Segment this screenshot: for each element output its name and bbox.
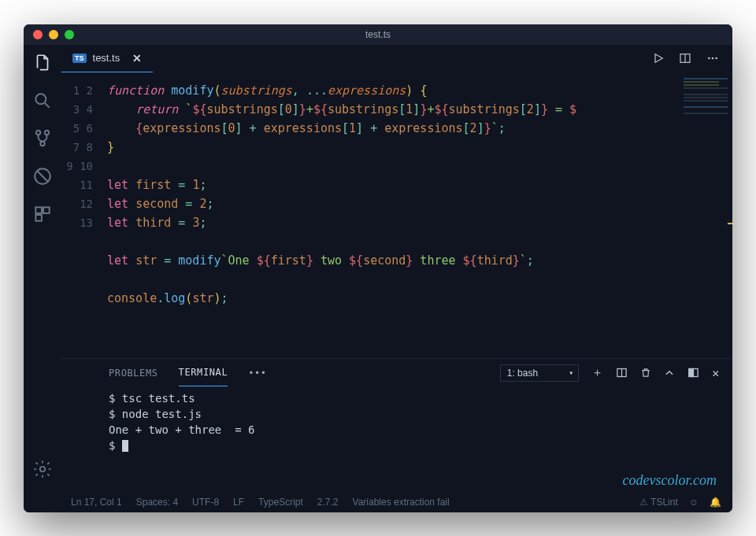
minimap[interactable] — [677, 73, 732, 358]
status-language[interactable]: TypeScript — [258, 497, 303, 508]
toggle-panel-position-icon[interactable] — [687, 367, 699, 379]
maximize-panel-icon[interactable] — [664, 368, 675, 379]
svg-point-2 — [45, 130, 49, 134]
svg-point-3 — [40, 141, 44, 145]
svg-point-1 — [36, 130, 40, 134]
typescript-file-icon: TS — [72, 54, 87, 63]
close-panel-icon[interactable]: ✕ — [712, 366, 720, 380]
editor-tab-test-ts[interactable]: TS test.ts ✕ — [61, 45, 153, 72]
editor-group: TS test.ts ✕ 1 2 — [61, 45, 732, 492]
status-eol[interactable]: LF — [233, 497, 244, 508]
titlebar: test.ts — [24, 24, 732, 45]
settings-icon[interactable] — [32, 459, 53, 479]
search-icon[interactable] — [32, 91, 53, 111]
svg-rect-15 — [689, 369, 694, 377]
vscode-window: test.ts — [24, 24, 732, 512]
svg-rect-7 — [35, 215, 42, 221]
status-encoding[interactable]: UTF-8 — [192, 497, 219, 508]
tab-label: test.ts — [93, 52, 120, 64]
extensions-icon[interactable] — [32, 204, 53, 224]
window-title: test.ts — [24, 29, 732, 40]
status-bar: Ln 17, Col 1 Spaces: 4 UTF-8 LF TypeScri… — [24, 492, 732, 512]
debug-icon[interactable] — [32, 166, 53, 187]
svg-point-12 — [715, 57, 717, 60]
panel-tab-terminal[interactable]: TERMINAL — [179, 359, 228, 386]
panel-actions: 1: bash ＋ — [500, 364, 720, 382]
watermark-text: codevscolor.com — [623, 472, 717, 489]
status-indentation[interactable]: Spaces: 4 — [136, 497, 178, 508]
panel-more-icon[interactable]: ••• — [248, 368, 266, 379]
close-tab-icon[interactable]: ✕ — [132, 52, 142, 65]
split-terminal-icon[interactable] — [616, 367, 628, 379]
editor-actions — [652, 45, 732, 72]
status-cursor-position[interactable]: Ln 17, Col 1 — [71, 497, 122, 508]
panel-tabs: PROBLEMS TERMINAL ••• 1: bash ＋ — [61, 359, 732, 387]
minimap-marker — [728, 223, 732, 224]
status-message[interactable]: Variables extraction fail — [353, 497, 450, 508]
editor-tabs: TS test.ts ✕ — [61, 45, 732, 73]
kill-terminal-icon[interactable] — [640, 367, 651, 379]
svg-point-10 — [708, 57, 710, 60]
terminal-cursor — [122, 440, 128, 452]
status-ts-version[interactable]: 2.7.2 — [317, 497, 339, 508]
svg-rect-5 — [35, 207, 42, 213]
line-numbers: 1 2 3 4 5 6 7 8 9 10 11 12 13 — [61, 73, 107, 358]
new-terminal-icon[interactable]: ＋ — [591, 365, 604, 380]
more-actions-icon[interactable] — [706, 52, 720, 65]
terminal-shell-dropdown[interactable]: 1: bash — [500, 364, 579, 382]
status-notifications-icon[interactable]: 🔔 — [710, 497, 721, 508]
source-control-icon[interactable] — [32, 128, 53, 149]
activity-bar — [24, 45, 61, 492]
code-content[interactable]: function modify(substrings, ...expressio… — [107, 73, 677, 358]
svg-point-11 — [712, 57, 714, 60]
svg-point-8 — [40, 466, 46, 471]
run-icon[interactable] — [652, 52, 665, 65]
panel-tab-problems[interactable]: PROBLEMS — [109, 360, 158, 386]
explorer-icon[interactable] — [32, 53, 53, 73]
code-editor[interactable]: 1 2 3 4 5 6 7 8 9 10 11 12 13 function m… — [61, 73, 732, 358]
terminal-shell-select[interactable]: 1: bash — [500, 364, 579, 382]
split-editor-icon[interactable] — [679, 52, 691, 65]
status-feedback-icon[interactable]: ☺ — [689, 497, 699, 508]
minimap-content — [684, 78, 728, 116]
workbench: TS test.ts ✕ 1 2 — [24, 45, 732, 492]
svg-point-0 — [35, 94, 46, 104]
status-tslint[interactable]: ⚠ TSLint — [639, 497, 678, 508]
svg-rect-6 — [43, 207, 50, 213]
